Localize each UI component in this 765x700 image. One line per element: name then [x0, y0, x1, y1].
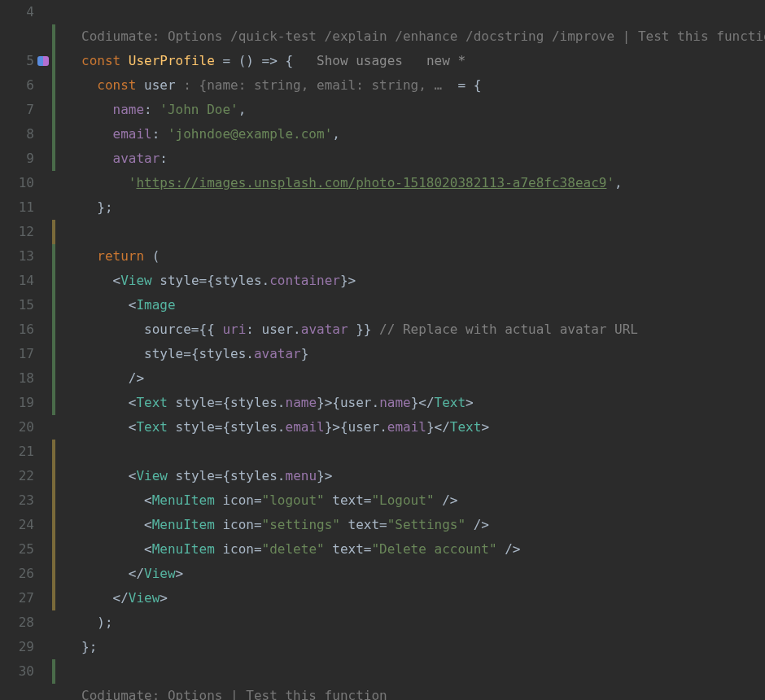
code-line[interactable]: style={styles.avatar}	[81, 342, 765, 366]
line-number[interactable]: 23	[0, 488, 34, 513]
line-number[interactable]: 20	[0, 415, 34, 440]
line-number[interactable]: 10	[0, 171, 34, 195]
line-number[interactable]: 14	[0, 269, 34, 293]
token: >	[176, 566, 184, 581]
token: :	[152, 126, 168, 142]
token: }}	[348, 322, 372, 337]
line-number[interactable]: 11	[0, 195, 34, 220]
token: };	[97, 199, 112, 215]
code-line[interactable]: email: 'johndoe@example.com',	[81, 122, 765, 147]
code-line[interactable]: };	[81, 635, 765, 659]
line-number[interactable]: 5	[0, 49, 34, 73]
string: 'johndoe@example.com'	[168, 126, 332, 142]
vcs-change-marker[interactable]	[52, 220, 55, 244]
code-line[interactable]: <MenuItem icon="logout" text="Logout" />	[81, 488, 765, 513]
code-line[interactable]	[81, 440, 765, 464]
line-number[interactable]: 18	[0, 366, 34, 391]
token: ,	[238, 102, 247, 117]
line-number[interactable]: 26	[0, 562, 34, 586]
line-number[interactable]: 19	[0, 391, 34, 415]
code-line[interactable]	[81, 220, 765, 244]
jsx-attr: icon	[222, 492, 254, 508]
gutter-spacer	[0, 684, 34, 700]
token: .	[262, 273, 270, 288]
jsx-attr: icon	[222, 517, 254, 532]
line-number[interactable]: 30	[0, 659, 34, 684]
code-line[interactable]: <View style={styles.menu}>	[81, 464, 765, 488]
line-number[interactable]: 4	[0, 0, 34, 24]
vcs-new-hint[interactable]: new *	[426, 53, 466, 68]
line-number[interactable]: 25	[0, 537, 34, 562]
token: <	[129, 468, 137, 483]
codiumate-hint[interactable]: Codiumate: Options /quick-test /explain …	[81, 24, 765, 49]
space	[325, 541, 333, 557]
code-line[interactable]: <MenuItem icon="delete" text="Delete acc…	[81, 537, 765, 562]
code-line[interactable]: <Text style={styles.email}>{user.email}<…	[81, 415, 765, 440]
code-line[interactable]: />	[81, 366, 765, 391]
code-line[interactable]: return (	[81, 244, 765, 269]
code-line[interactable]	[81, 0, 765, 24]
property: name	[113, 102, 145, 117]
codiumate-hint[interactable]: Codiumate: Options | Test this function	[81, 684, 765, 700]
property: name	[286, 395, 317, 410]
vcs-change-marker[interactable]	[52, 659, 55, 684]
line-number[interactable]: 12	[0, 220, 34, 244]
line-number[interactable]: 9	[0, 147, 34, 171]
code-line[interactable]: <MenuItem icon="settings" text="Settings…	[81, 513, 765, 537]
code-area[interactable]: Codiumate: Options /quick-test /explain …	[52, 0, 765, 700]
line-number[interactable]: 7	[0, 98, 34, 122]
vcs-change-marker[interactable]	[52, 244, 55, 415]
token: }	[317, 395, 325, 410]
line-number[interactable]: 28	[0, 610, 34, 635]
code-line[interactable]: <Text style={styles.name}>{user.name}</T…	[81, 391, 765, 415]
line-number[interactable]: 8	[0, 122, 34, 147]
function-name: UserProfile	[129, 53, 215, 68]
show-usages-hint[interactable]: Show usages	[317, 53, 403, 68]
url-string[interactable]: https://images.unsplash.com/photo-151802…	[136, 175, 606, 190]
vcs-change-marker[interactable]	[52, 24, 55, 171]
property: email	[286, 419, 325, 435]
code-line[interactable]: 'https://images.unsplash.com/photo-15180…	[81, 171, 765, 195]
property: container	[269, 273, 340, 288]
jsx-attr: style	[160, 273, 199, 288]
token: >	[160, 590, 168, 606]
identifier: styles	[230, 419, 278, 435]
line-number[interactable]: 6	[0, 73, 34, 98]
token: {{	[199, 322, 223, 337]
token: ,	[614, 175, 623, 190]
code-line[interactable]: };	[81, 195, 765, 220]
line-number[interactable]: 13	[0, 244, 34, 269]
line-number[interactable]: 22	[0, 464, 34, 488]
code-line[interactable]	[81, 659, 765, 684]
vcs-change-marker[interactable]	[52, 440, 55, 610]
line-number[interactable]: 16	[0, 317, 34, 342]
string: "delete"	[262, 541, 325, 557]
code-line[interactable]: name: 'John Doe',	[81, 98, 765, 122]
line-number[interactable]: 24	[0, 513, 34, 537]
line-number[interactable]: 15	[0, 293, 34, 317]
token: <	[144, 541, 152, 557]
line-number[interactable]: 17	[0, 342, 34, 366]
code-line[interactable]: avatar:	[81, 147, 765, 171]
token: =	[254, 492, 262, 508]
token: = () => {	[215, 53, 293, 68]
code-line[interactable]: const user : {name: string, email: strin…	[81, 73, 765, 98]
token: =	[215, 395, 223, 410]
token: =	[199, 273, 208, 288]
line-number[interactable]: 29	[0, 635, 34, 659]
jsx-tag: Image	[136, 297, 175, 313]
property: avatar	[301, 322, 348, 337]
code-line[interactable]: const UserProfile = () => { Show usages …	[81, 49, 765, 73]
code-line[interactable]: <View style={styles.container}>	[81, 269, 765, 293]
code-line[interactable]: );	[81, 610, 765, 635]
code-line[interactable]: source={{ uri: user.avatar }} // Replace…	[81, 317, 765, 342]
identifier: user	[144, 77, 176, 93]
code-line[interactable]: </View>	[81, 586, 765, 610]
code-line[interactable]: </View>	[81, 562, 765, 586]
code-editor[interactable]: 4567891011121314151617181920212223242526…	[0, 0, 765, 700]
line-number[interactable]: 21	[0, 440, 34, 464]
line-number[interactable]: 27	[0, 586, 34, 610]
string: "logout"	[262, 492, 325, 508]
code-line[interactable]: <Image	[81, 293, 765, 317]
keyword: const	[81, 53, 120, 68]
